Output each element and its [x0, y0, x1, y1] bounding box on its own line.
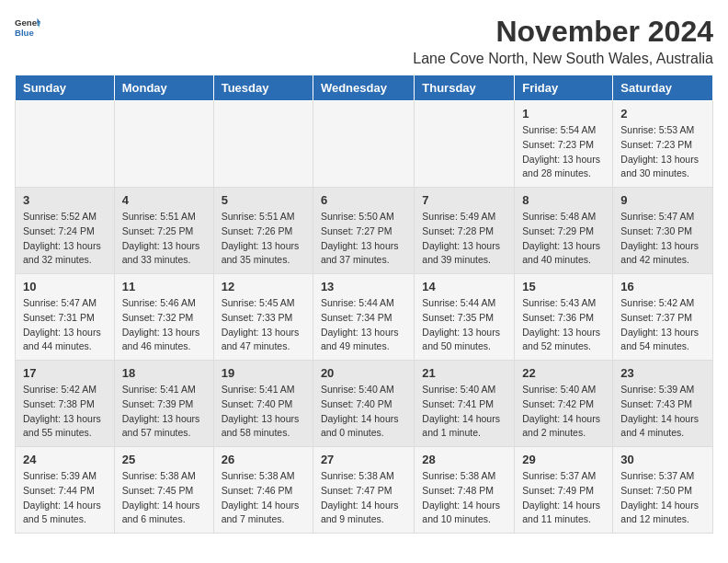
calendar-cell: 7Sunrise: 5:49 AM Sunset: 7:28 PM Daylig…	[415, 188, 515, 274]
day-number: 11	[122, 280, 206, 293]
day-number: 30	[620, 453, 705, 466]
day-number: 27	[321, 453, 406, 466]
day-number: 23	[620, 366, 705, 380]
day-info: Sunrise: 5:37 AM Sunset: 7:49 PM Dayligh…	[522, 469, 605, 527]
calendar-cell: 18Sunrise: 5:41 AM Sunset: 7:39 PM Dayli…	[114, 361, 213, 447]
day-number: 8	[522, 193, 605, 207]
day-number: 25	[122, 453, 206, 466]
day-info: Sunrise: 5:39 AM Sunset: 7:44 PM Dayligh…	[23, 469, 107, 527]
day-info: Sunrise: 5:43 AM Sunset: 7:36 PM Dayligh…	[522, 296, 605, 354]
day-info: Sunrise: 5:42 AM Sunset: 7:37 PM Dayligh…	[620, 296, 705, 354]
weekday-header-tuesday: Tuesday	[213, 75, 313, 101]
day-info: Sunrise: 5:41 AM Sunset: 7:39 PM Dayligh…	[122, 383, 206, 441]
day-number: 29	[522, 453, 605, 466]
day-info: Sunrise: 5:51 AM Sunset: 7:25 PM Dayligh…	[122, 210, 206, 268]
calendar-cell: 1Sunrise: 5:54 AM Sunset: 7:23 PM Daylig…	[515, 101, 613, 188]
day-info: Sunrise: 5:50 AM Sunset: 7:27 PM Dayligh…	[321, 210, 406, 268]
weekday-header-thursday: Thursday	[415, 75, 515, 101]
day-info: Sunrise: 5:44 AM Sunset: 7:35 PM Dayligh…	[422, 296, 506, 354]
weekday-header-friday: Friday	[515, 75, 613, 101]
week-row-1: 1Sunrise: 5:54 AM Sunset: 7:23 PM Daylig…	[16, 101, 713, 188]
calendar-cell: 13Sunrise: 5:44 AM Sunset: 7:34 PM Dayli…	[313, 274, 414, 361]
day-info: Sunrise: 5:51 AM Sunset: 7:26 PM Dayligh…	[222, 210, 305, 268]
calendar-cell: 27Sunrise: 5:38 AM Sunset: 7:47 PM Dayli…	[313, 447, 414, 534]
calendar-cell: 19Sunrise: 5:41 AM Sunset: 7:40 PM Dayli…	[213, 361, 313, 447]
calendar-cell: 26Sunrise: 5:38 AM Sunset: 7:46 PM Dayli…	[213, 447, 313, 534]
day-number: 16	[620, 280, 705, 293]
calendar-cell: 11Sunrise: 5:46 AM Sunset: 7:32 PM Dayli…	[114, 274, 213, 361]
day-info: Sunrise: 5:38 AM Sunset: 7:45 PM Dayligh…	[122, 469, 206, 527]
calendar-cell: 9Sunrise: 5:47 AM Sunset: 7:30 PM Daylig…	[613, 188, 713, 274]
header: General Blue November 2024 Lane Cove Nor…	[15, 15, 713, 67]
calendar-cell: 30Sunrise: 5:37 AM Sunset: 7:50 PM Dayli…	[613, 447, 713, 534]
day-number: 3	[23, 193, 107, 207]
calendar-cell	[213, 101, 313, 188]
day-info: Sunrise: 5:37 AM Sunset: 7:50 PM Dayligh…	[620, 469, 705, 527]
day-number: 6	[321, 193, 406, 207]
day-info: Sunrise: 5:44 AM Sunset: 7:34 PM Dayligh…	[321, 296, 406, 354]
day-info: Sunrise: 5:54 AM Sunset: 7:23 PM Dayligh…	[522, 123, 605, 181]
day-info: Sunrise: 5:38 AM Sunset: 7:47 PM Dayligh…	[321, 469, 406, 527]
week-row-3: 10Sunrise: 5:47 AM Sunset: 7:31 PM Dayli…	[16, 274, 713, 361]
day-number: 14	[422, 280, 506, 293]
title-area: November 2024 Lane Cove North, New South…	[413, 15, 713, 67]
calendar-cell: 8Sunrise: 5:48 AM Sunset: 7:29 PM Daylig…	[515, 188, 613, 274]
day-number: 15	[522, 280, 605, 293]
day-info: Sunrise: 5:40 AM Sunset: 7:41 PM Dayligh…	[422, 383, 506, 441]
calendar-cell: 12Sunrise: 5:45 AM Sunset: 7:33 PM Dayli…	[213, 274, 313, 361]
week-row-2: 3Sunrise: 5:52 AM Sunset: 7:24 PM Daylig…	[16, 188, 713, 274]
day-number: 20	[321, 366, 406, 380]
day-info: Sunrise: 5:47 AM Sunset: 7:31 PM Dayligh…	[23, 296, 107, 354]
day-number: 4	[122, 193, 206, 207]
day-number: 22	[522, 366, 605, 380]
weekday-header-sunday: Sunday	[16, 75, 115, 101]
day-number: 19	[222, 366, 305, 380]
location-title: Lane Cove North, New South Wales, Austra…	[413, 51, 713, 67]
day-info: Sunrise: 5:46 AM Sunset: 7:32 PM Dayligh…	[122, 296, 206, 354]
svg-text:General: General	[15, 17, 40, 28]
calendar-cell: 24Sunrise: 5:39 AM Sunset: 7:44 PM Dayli…	[16, 447, 115, 534]
calendar-cell	[114, 101, 213, 188]
month-title: November 2024	[413, 15, 713, 49]
calendar-cell: 20Sunrise: 5:40 AM Sunset: 7:40 PM Dayli…	[313, 361, 414, 447]
svg-text:Blue: Blue	[15, 28, 34, 38]
calendar-cell: 21Sunrise: 5:40 AM Sunset: 7:41 PM Dayli…	[415, 361, 515, 447]
calendar-cell	[415, 101, 515, 188]
day-info: Sunrise: 5:52 AM Sunset: 7:24 PM Dayligh…	[23, 210, 107, 268]
calendar-cell	[313, 101, 414, 188]
generalblue-logo-icon: General Blue	[15, 15, 40, 40]
calendar-cell: 17Sunrise: 5:42 AM Sunset: 7:38 PM Dayli…	[16, 361, 115, 447]
weekday-header-monday: Monday	[114, 75, 213, 101]
calendar-cell	[16, 101, 115, 188]
day-info: Sunrise: 5:40 AM Sunset: 7:42 PM Dayligh…	[522, 383, 605, 441]
day-info: Sunrise: 5:45 AM Sunset: 7:33 PM Dayligh…	[222, 296, 305, 354]
day-info: Sunrise: 5:41 AM Sunset: 7:40 PM Dayligh…	[222, 383, 305, 441]
day-number: 7	[422, 193, 506, 207]
day-info: Sunrise: 5:40 AM Sunset: 7:40 PM Dayligh…	[321, 383, 406, 441]
day-number: 26	[222, 453, 305, 466]
day-info: Sunrise: 5:53 AM Sunset: 7:23 PM Dayligh…	[620, 123, 705, 181]
day-info: Sunrise: 5:42 AM Sunset: 7:38 PM Dayligh…	[23, 383, 107, 441]
day-info: Sunrise: 5:49 AM Sunset: 7:28 PM Dayligh…	[422, 210, 506, 268]
calendar-cell: 29Sunrise: 5:37 AM Sunset: 7:49 PM Dayli…	[515, 447, 613, 534]
day-info: Sunrise: 5:38 AM Sunset: 7:48 PM Dayligh…	[422, 469, 506, 527]
week-row-5: 24Sunrise: 5:39 AM Sunset: 7:44 PM Dayli…	[16, 447, 713, 534]
calendar-cell: 28Sunrise: 5:38 AM Sunset: 7:48 PM Dayli…	[415, 447, 515, 534]
day-number: 2	[620, 107, 705, 121]
day-info: Sunrise: 5:48 AM Sunset: 7:29 PM Dayligh…	[522, 210, 605, 268]
calendar-cell: 4Sunrise: 5:51 AM Sunset: 7:25 PM Daylig…	[114, 188, 213, 274]
day-number: 28	[422, 453, 506, 466]
calendar-cell: 25Sunrise: 5:38 AM Sunset: 7:45 PM Dayli…	[114, 447, 213, 534]
calendar-cell: 23Sunrise: 5:39 AM Sunset: 7:43 PM Dayli…	[613, 361, 713, 447]
calendar-cell: 5Sunrise: 5:51 AM Sunset: 7:26 PM Daylig…	[213, 188, 313, 274]
calendar-cell: 14Sunrise: 5:44 AM Sunset: 7:35 PM Dayli…	[415, 274, 515, 361]
calendar-cell: 10Sunrise: 5:47 AM Sunset: 7:31 PM Dayli…	[16, 274, 115, 361]
day-number: 17	[23, 366, 107, 380]
calendar-cell: 6Sunrise: 5:50 AM Sunset: 7:27 PM Daylig…	[313, 188, 414, 274]
day-number: 18	[122, 366, 206, 380]
day-info: Sunrise: 5:38 AM Sunset: 7:46 PM Dayligh…	[222, 469, 305, 527]
day-number: 5	[222, 193, 305, 207]
calendar-cell: 15Sunrise: 5:43 AM Sunset: 7:36 PM Dayli…	[515, 274, 613, 361]
day-info: Sunrise: 5:47 AM Sunset: 7:30 PM Dayligh…	[620, 210, 705, 268]
calendar: SundayMondayTuesdayWednesdayThursdayFrid…	[15, 75, 713, 534]
